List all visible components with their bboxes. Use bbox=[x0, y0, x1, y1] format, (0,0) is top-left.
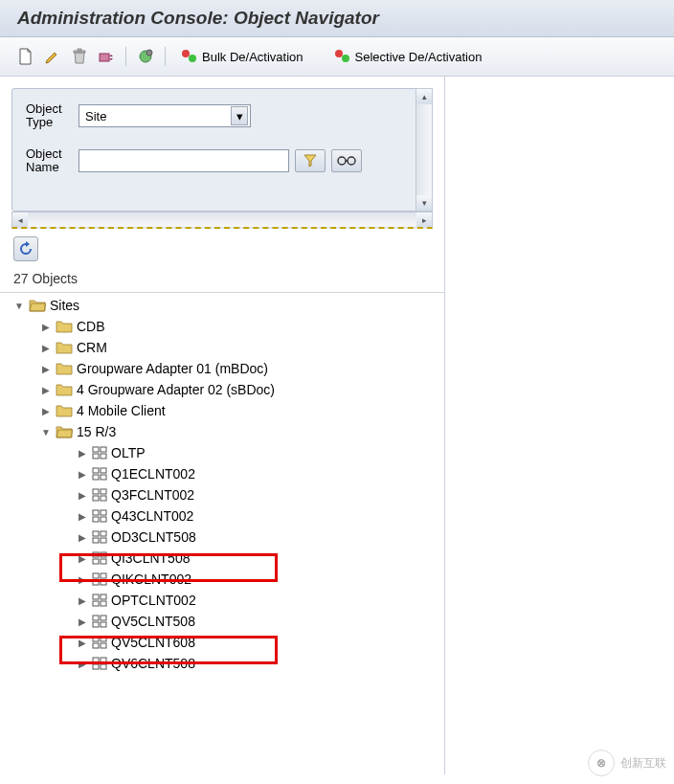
tree-item[interactable]: ▶QV5CLNT608 bbox=[13, 632, 444, 653]
settings-button[interactable] bbox=[134, 45, 157, 68]
main-toolbar: Bulk De/Activation Selective De/Activati… bbox=[0, 37, 674, 77]
tree-item[interactable]: ▶Groupware Adapter 01 (mBDoc) bbox=[13, 358, 444, 379]
object-type-select[interactable]: Site ▾ bbox=[79, 104, 251, 127]
svg-rect-39 bbox=[93, 601, 99, 606]
detail-panel bbox=[445, 77, 674, 774]
svg-rect-29 bbox=[93, 552, 99, 557]
svg-rect-22 bbox=[101, 510, 106, 515]
expand-arrow-icon: ▼ bbox=[13, 301, 25, 311]
svg-rect-15 bbox=[93, 475, 99, 480]
filter-box: Object Type Site ▾ Object Name ▴ ▾ bbox=[11, 88, 433, 212]
svg-rect-12 bbox=[101, 454, 106, 459]
transport-button[interactable] bbox=[95, 45, 118, 68]
svg-rect-0 bbox=[100, 54, 109, 61]
delete-button[interactable] bbox=[68, 45, 91, 68]
svg-rect-11 bbox=[93, 454, 99, 459]
tree-item[interactable]: ▶QI3CLNT508 bbox=[13, 548, 444, 569]
expand-arrow-icon: ▶ bbox=[40, 322, 52, 332]
tree-label: QV6CLNT508 bbox=[111, 656, 195, 671]
tree-item[interactable]: ▶Q3FCLNT002 bbox=[13, 484, 444, 505]
filter-scrollbar-vertical[interactable]: ▴ ▾ bbox=[416, 88, 433, 212]
tree-item[interactable]: ▶Q1ECLNT002 bbox=[13, 463, 444, 484]
tree-item[interactable]: ▶CRM bbox=[13, 337, 444, 358]
expand-arrow-icon: ▶ bbox=[40, 406, 52, 416]
site-node-icon bbox=[92, 446, 107, 459]
navigator-panel: Object Type Site ▾ Object Name ▴ ▾ bbox=[0, 77, 445, 774]
folder-closed-icon bbox=[56, 383, 73, 396]
gear-globe-icon bbox=[137, 48, 154, 65]
tree-item[interactable]: ▶QV5CLNT508 bbox=[13, 611, 444, 632]
tree-label: OD3CLNT508 bbox=[111, 529, 196, 545]
svg-rect-36 bbox=[101, 580, 106, 585]
tree-item[interactable]: ▶QIKCLNT002 bbox=[13, 569, 444, 590]
folder-closed-icon bbox=[56, 341, 73, 354]
svg-rect-14 bbox=[101, 468, 106, 473]
svg-rect-24 bbox=[101, 517, 106, 522]
tree-item[interactable]: ▶OD3CLNT508 bbox=[13, 526, 444, 548]
tree-item[interactable]: ▼15 R/3 bbox=[13, 421, 444, 442]
bulk-label: Bulk De/Activation bbox=[202, 50, 303, 64]
svg-rect-16 bbox=[101, 475, 106, 480]
bulk-icon bbox=[181, 49, 198, 64]
tree-label: 4 Mobile Client bbox=[77, 403, 166, 418]
tree-root-sites[interactable]: ▼ Sites bbox=[13, 295, 444, 316]
expand-arrow-icon: ▶ bbox=[40, 385, 52, 395]
dropdown-arrow-icon: ▾ bbox=[231, 106, 248, 125]
content-area: Object Type Site ▾ Object Name ▴ ▾ bbox=[0, 77, 674, 774]
svg-rect-19 bbox=[93, 496, 99, 501]
svg-rect-34 bbox=[101, 573, 106, 578]
bulk-activation-button[interactable]: Bulk De/Activation bbox=[173, 45, 311, 68]
filter-scrollbar-horizontal[interactable]: ◂ ▸ bbox=[11, 212, 433, 229]
tree-item[interactable]: ▶OLTP bbox=[13, 442, 444, 463]
selective-activation-button[interactable]: Selective De/Activation bbox=[326, 45, 490, 68]
svg-rect-48 bbox=[101, 643, 106, 648]
selective-label: Selective De/Activation bbox=[355, 50, 483, 64]
svg-rect-38 bbox=[101, 594, 106, 599]
svg-rect-42 bbox=[101, 616, 106, 620]
tree-item[interactable]: ▶CDB bbox=[13, 316, 444, 337]
toolbar-separator bbox=[165, 47, 166, 66]
svg-rect-18 bbox=[101, 489, 106, 494]
tree-label: CDB bbox=[77, 319, 105, 334]
scroll-down-icon: ▾ bbox=[416, 195, 432, 211]
tree-item[interactable]: ▶QV6CLNT508 bbox=[13, 653, 444, 674]
svg-rect-27 bbox=[93, 538, 99, 543]
tree-label: QI3CLNT508 bbox=[111, 550, 190, 566]
tree-item[interactable]: ▶4 Groupware Adapter 02 (sBDoc) bbox=[13, 379, 444, 400]
filter-button[interactable] bbox=[295, 149, 326, 172]
svg-rect-51 bbox=[93, 664, 99, 669]
tree-item[interactable]: ▶OPTCLNT002 bbox=[13, 590, 444, 611]
edit-button[interactable] bbox=[41, 45, 64, 68]
svg-rect-28 bbox=[101, 538, 106, 543]
svg-rect-41 bbox=[93, 616, 99, 620]
svg-rect-33 bbox=[93, 573, 99, 578]
expand-arrow-icon: ▶ bbox=[40, 343, 52, 353]
watermark: ⊗ 创新互联 bbox=[588, 750, 666, 776]
watermark-logo-icon: ⊗ bbox=[588, 750, 615, 776]
glasses-button[interactable] bbox=[331, 149, 362, 172]
page-title: Administration Console: Object Navigator bbox=[17, 8, 657, 29]
svg-rect-26 bbox=[101, 531, 106, 536]
expand-arrow-icon: ▶ bbox=[77, 638, 88, 648]
svg-rect-40 bbox=[101, 601, 106, 606]
site-node-icon bbox=[92, 572, 107, 586]
new-document-button[interactable] bbox=[14, 45, 37, 68]
svg-point-4 bbox=[189, 55, 196, 62]
expand-arrow-icon: ▶ bbox=[77, 616, 88, 627]
object-name-input[interactable] bbox=[79, 149, 289, 172]
tree-label: CRM bbox=[77, 340, 107, 355]
expand-arrow-icon: ▶ bbox=[77, 595, 88, 606]
refresh-icon bbox=[17, 240, 34, 258]
tree-item[interactable]: ▶4 Mobile Client bbox=[13, 400, 444, 421]
tree-label: OLTP bbox=[111, 445, 146, 460]
svg-rect-45 bbox=[93, 637, 99, 641]
refresh-button[interactable] bbox=[13, 236, 38, 261]
site-node-icon bbox=[92, 594, 107, 607]
svg-rect-21 bbox=[93, 510, 99, 515]
tree-label: 4 Groupware Adapter 02 (sBDoc) bbox=[77, 382, 275, 397]
tree-label: 15 R/3 bbox=[77, 424, 116, 439]
tree-item[interactable]: ▶Q43CLNT002 bbox=[13, 505, 444, 526]
site-node-icon bbox=[92, 615, 107, 628]
tree-label: OPTCLNT002 bbox=[111, 593, 196, 608]
watermark-text: 创新互联 bbox=[620, 755, 666, 772]
